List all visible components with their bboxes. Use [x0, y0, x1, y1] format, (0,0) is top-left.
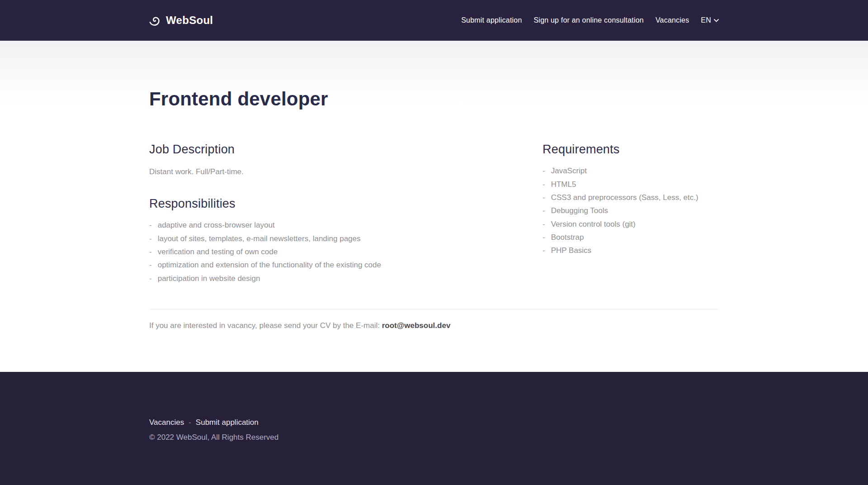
list-item: -PHP Basics — [542, 246, 719, 255]
right-column: Requirements -JavaScript -HTML5 -CSS3 an… — [542, 142, 719, 287]
dash-bullet: - — [542, 166, 545, 176]
list-item: -Debugging Tools — [542, 206, 719, 215]
job-description-heading: Job Description — [149, 142, 542, 157]
brand-logo[interactable]: WebSoul — [149, 14, 213, 27]
footer-link-separator: - — [189, 418, 191, 427]
nav-online-consultation[interactable]: Sign up for an online consultation — [534, 16, 644, 24]
cv-cta-text: If you are interested in vacancy, please… — [149, 321, 380, 330]
list-item: -JavaScript — [542, 166, 719, 176]
dash-bullet: - — [149, 247, 152, 257]
list-item: -HTML5 — [542, 180, 719, 189]
site-header: WebSoul Submit application Sign up for a… — [0, 0, 868, 41]
list-item-text: optimization and extension of the functi… — [158, 261, 381, 270]
dash-bullet: - — [542, 206, 545, 215]
responsibilities-list: -adaptive and cross-browser layout -layo… — [149, 221, 542, 283]
dash-bullet: - — [149, 221, 152, 230]
left-column: Job Description Distant work. Full/Part-… — [149, 142, 542, 287]
dash-bullet: - — [542, 193, 545, 202]
cv-email-link[interactable]: root@websoul.dev — [382, 321, 451, 330]
requirements-section: Requirements -JavaScript -HTML5 -CSS3 an… — [542, 142, 719, 255]
footer-container: Vacancies - Submit application © 2022 We… — [149, 418, 719, 442]
list-item: -adaptive and cross-browser layout — [149, 221, 542, 230]
list-item-text: layout of sites, templates, e-mail newsl… — [158, 234, 361, 243]
header-container: WebSoul Submit application Sign up for a… — [149, 0, 719, 41]
section-divider — [149, 309, 719, 309]
footer-link-submit-application[interactable]: Submit application — [196, 418, 259, 427]
list-item-text: Bootstrap — [551, 233, 584, 242]
requirements-list: -JavaScript -HTML5 -CSS3 and preprocesso… — [542, 166, 719, 256]
dash-bullet: - — [149, 261, 152, 270]
list-item: -layout of sites, templates, e-mail news… — [149, 234, 542, 243]
list-item-text: verification and testing of own code — [158, 247, 278, 257]
list-item-text: participation in website design — [158, 274, 260, 283]
list-item-text: adaptive and cross-browser layout — [158, 221, 275, 230]
dash-bullet: - — [542, 246, 545, 255]
page-title: Frontend developer — [149, 41, 719, 110]
list-item-text: CSS3 and preprocessors (Sass, Less, etc.… — [551, 193, 698, 202]
list-item: -CSS3 and preprocessors (Sass, Less, etc… — [542, 193, 719, 202]
chevron-down-icon — [714, 19, 719, 22]
main-nav: Submit application Sign up for an online… — [461, 16, 719, 24]
list-item-text: Debugging Tools — [551, 206, 608, 215]
list-item: -optimization and extension of the funct… — [149, 261, 542, 270]
list-item-text: JavaScript — [551, 166, 587, 176]
brand-name: WebSoul — [166, 14, 213, 27]
dash-bullet: - — [149, 274, 152, 283]
cv-cta-line: If you are interested in vacancy, please… — [149, 321, 719, 330]
list-item: -Bootstrap — [542, 233, 719, 242]
list-item-text: PHP Basics — [551, 246, 591, 255]
list-item-text: Version control tools (git) — [551, 220, 636, 229]
content-columns: Job Description Distant work. Full/Part-… — [149, 142, 719, 287]
list-item: -verification and testing of own code — [149, 247, 542, 257]
site-footer: Vacancies - Submit application © 2022 We… — [0, 372, 868, 485]
nav-vacancies[interactable]: Vacancies — [656, 16, 689, 24]
requirements-heading: Requirements — [542, 142, 719, 157]
vacancy-page: Frontend developer Job Description Dista… — [0, 41, 868, 372]
nav-submit-application[interactable]: Submit application — [461, 16, 522, 24]
dash-bullet: - — [542, 220, 545, 229]
language-label: EN — [701, 16, 711, 24]
language-switcher[interactable]: EN — [701, 16, 719, 24]
dash-bullet: - — [542, 233, 545, 242]
list-item: -Version control tools (git) — [542, 220, 719, 229]
main-container: Frontend developer Job Description Dista… — [149, 41, 719, 330]
responsibilities-section: Responsibilities -adaptive and cross-bro… — [149, 196, 542, 283]
dash-bullet: - — [149, 234, 152, 243]
footer-link-vacancies[interactable]: Vacancies — [149, 418, 184, 427]
footer-links: Vacancies - Submit application — [149, 418, 719, 427]
dash-bullet: - — [542, 180, 545, 189]
job-description-text: Distant work. Full/Part-time. — [149, 167, 542, 176]
list-item-text: HTML5 — [551, 180, 576, 189]
copyright-text: © 2022 WebSoul, All Rights Reserved — [149, 433, 719, 442]
job-description-section: Job Description Distant work. Full/Part-… — [149, 142, 542, 176]
spiral-icon — [149, 14, 161, 27]
list-item: -participation in website design — [149, 274, 542, 283]
responsibilities-heading: Responsibilities — [149, 196, 542, 212]
